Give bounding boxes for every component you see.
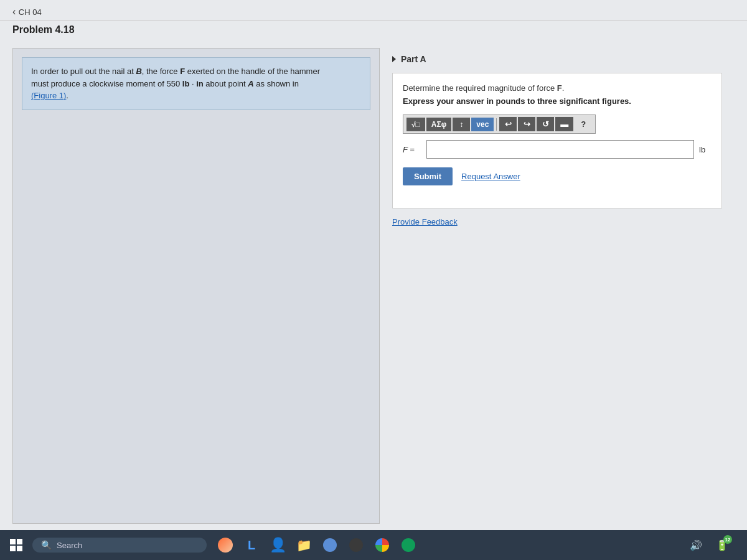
toolbar-text-btn[interactable]: ▬ <box>555 117 573 131</box>
taskbar-app4[interactable]: 📁 <box>293 534 315 556</box>
feedback-link[interactable]: Provide Feedback <box>392 217 722 226</box>
app2-icon: L <box>248 538 255 553</box>
determine-text: Determine the required magnitude of forc… <box>403 83 557 93</box>
toolbar-vec-btn[interactable]: vec <box>471 118 494 131</box>
taskbar-search[interactable]: 🔍 Search <box>32 538 207 553</box>
app8-icon <box>402 538 415 552</box>
taskbar-app6[interactable] <box>345 534 367 556</box>
sound-icon: 🔊 <box>690 539 702 551</box>
force-f-bold: F <box>557 83 562 93</box>
search-text: Search <box>57 541 82 550</box>
left-panel: In order to pull out the nail at B, the … <box>12 48 380 524</box>
figure-link[interactable]: (Figure 1) <box>31 91 66 100</box>
determine-period: . <box>562 83 565 93</box>
right-panel: Part A Determine the required magnitude … <box>380 48 735 524</box>
question-instruction: Determine the required magnitude of forc… <box>403 83 712 93</box>
toolbar-undo-btn[interactable]: ↩ <box>499 117 517 131</box>
desc-text2: , the force <box>142 67 180 76</box>
toolbar-sqrt-btn[interactable]: √□ <box>406 118 425 131</box>
taskbar-app5[interactable] <box>319 534 341 556</box>
toolbar-refresh-btn[interactable]: ↺ <box>537 117 554 131</box>
toolbar-divider <box>496 118 497 131</box>
back-button[interactable]: CH 04 <box>12 7 42 17</box>
answer-row: F = lb <box>403 140 712 159</box>
taskbar-sound[interactable]: 🔊 <box>685 534 707 556</box>
windows-icon <box>10 539 22 551</box>
point-b: B <box>136 67 141 76</box>
windows-start-button[interactable] <box>5 534 27 556</box>
toolbar-arrows-btn[interactable]: ↕ <box>453 118 470 131</box>
taskbar-app7[interactable] <box>371 534 393 556</box>
app3-icon: 👤 <box>270 537 286 553</box>
nav-bar: CH 04 <box>0 0 747 21</box>
battery-badge: 12 <box>723 535 732 544</box>
taskbar-icons: L 👤 📁 <box>214 534 420 556</box>
problem-description: In order to pull out the nail at B, the … <box>22 57 370 110</box>
part-header: Part A <box>392 54 722 64</box>
taskbar: 🔍 Search L 👤 📁 🔊 <box>0 530 747 560</box>
part-triangle-icon <box>392 56 396 62</box>
taskbar-app8[interactable] <box>397 534 420 556</box>
taskbar-battery[interactable]: 🔋 12 <box>711 534 733 556</box>
answer-label: F = <box>403 145 421 154</box>
part-label: Part A <box>401 54 426 64</box>
question-box: Determine the required magnitude of forc… <box>392 73 722 208</box>
toolbar-redo-btn[interactable]: ↪ <box>518 117 535 131</box>
chrome-icon <box>375 538 389 552</box>
search-icon: 🔍 <box>41 540 52 550</box>
point-a: A <box>248 79 253 88</box>
answer-unit: lb <box>699 145 712 154</box>
taskbar-app3[interactable]: 👤 <box>266 534 289 556</box>
express-instruction: Express your answer in pounds to three s… <box>403 96 712 106</box>
submit-button[interactable]: Submit <box>403 167 453 185</box>
request-answer-link[interactable]: Request Answer <box>461 172 520 181</box>
toolbar-help-btn[interactable]: ? <box>575 117 592 131</box>
app5-icon <box>323 538 337 552</box>
taskbar-right: 🔊 🔋 12 <box>685 534 742 556</box>
math-toolbar: √□ ΑΣφ ↕ vec ↩ ↪ ↺ ▬ ? <box>403 114 596 134</box>
taskbar-app1[interactable] <box>214 534 237 556</box>
taskbar-app2[interactable]: L <box>240 534 263 556</box>
answer-input[interactable] <box>426 140 694 159</box>
app6-icon <box>349 538 363 552</box>
desc-text1: In order to pull out the nail at <box>31 67 136 76</box>
app4-icon: 📁 <box>296 538 312 553</box>
buttons-row: Submit Request Answer <box>403 167 712 185</box>
main-content: CH 04 Problem 4.18 In order to pull out … <box>0 0 747 530</box>
content-area: In order to pull out the nail at B, the … <box>0 42 747 530</box>
toolbar-sigma-btn[interactable]: ΑΣφ <box>426 118 451 131</box>
app1-icon <box>218 538 233 553</box>
page-title: Problem 4.18 <box>0 21 747 42</box>
force-f-label: F <box>180 67 185 76</box>
